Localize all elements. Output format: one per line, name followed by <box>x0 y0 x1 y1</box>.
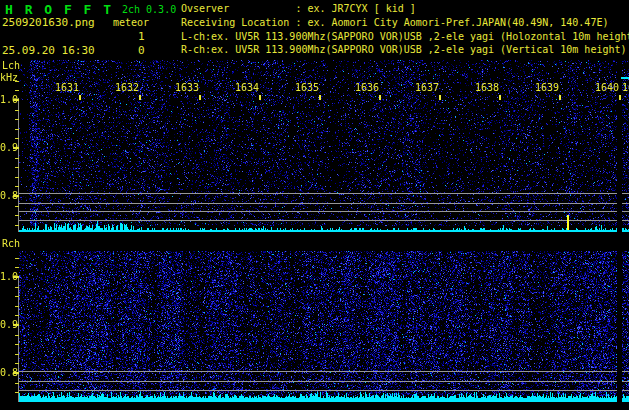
time-tick <box>379 95 381 100</box>
freq-major-tick <box>13 324 19 326</box>
freq-minor-tick <box>15 206 19 207</box>
freq-minor-tick <box>15 119 19 120</box>
freq-minor-tick <box>15 258 19 259</box>
rch-receiver-info-line: R-ch:ex. UV5R 113.900Mhz(SAPPORO VOR)USB… <box>181 43 627 56</box>
freq-major-tick <box>13 99 19 101</box>
freq-major-tick <box>13 147 19 149</box>
output-filename: 2509201630.png <box>2 16 95 29</box>
rch-spectrogram <box>19 251 629 402</box>
time-label: 1632 <box>115 82 139 93</box>
freq-tick-label: 1.0 <box>0 94 13 105</box>
time-label: 1636 <box>355 82 379 93</box>
time-tick <box>199 95 201 100</box>
meteor-echo-marker <box>567 215 569 230</box>
time-tick <box>319 95 321 100</box>
freq-minor-tick <box>15 158 19 159</box>
freq-minor-tick <box>15 306 19 307</box>
time-tick <box>619 95 621 100</box>
freq-minor-tick <box>15 383 19 384</box>
freq-minor-tick <box>15 335 19 336</box>
observer-info-line: Ovserver : ex. JR7CYX [ kid ] <box>181 2 416 15</box>
freq-tick-label: 0.9 <box>0 142 13 153</box>
time-tick <box>139 95 141 100</box>
meteor-echo-count: 0 <box>138 44 145 57</box>
freq-minor-tick <box>15 225 19 226</box>
freq-minor-tick <box>15 177 19 178</box>
freq-minor-tick <box>15 215 19 216</box>
freq-major-tick <box>13 195 19 197</box>
freq-minor-tick <box>15 267 19 268</box>
freq-major-tick <box>13 372 19 374</box>
time-label: 1633 <box>175 82 199 93</box>
freq-minor-tick <box>15 129 19 130</box>
time-tick <box>79 95 81 100</box>
lch-receiver-info-line: L-ch:ex. UV5R 113.900Mhz(SAPPORO VOR)USB… <box>181 30 629 43</box>
freq-minor-tick <box>15 186 19 187</box>
app-version: 2ch 0.3.0 <box>122 4 176 15</box>
freq-minor-tick <box>15 296 19 297</box>
lch-panel-label: Lch <box>2 60 20 71</box>
freq-minor-tick <box>15 392 19 393</box>
freq-minor-tick <box>15 138 19 139</box>
time-label: 1637 <box>415 82 439 93</box>
trace-head-marker <box>621 77 629 79</box>
time-label: 1639 <box>535 82 559 93</box>
time-tick <box>559 95 561 100</box>
freq-minor-tick <box>15 110 19 111</box>
hrofft-window: H R O F F T 2ch 0.3.0 2509201630.png met… <box>0 0 629 410</box>
freq-major-tick <box>13 276 19 278</box>
freq-minor-tick <box>15 167 19 168</box>
freq-minor-tick <box>15 90 19 91</box>
freq-tick-label: 1.0 <box>0 271 13 282</box>
freq-minor-tick <box>15 354 19 355</box>
location-info-line: Receiving Location : ex. Aomori City Aom… <box>181 16 608 29</box>
app-title: H R O F F T <box>5 2 113 17</box>
time-tick <box>499 95 501 100</box>
freq-tick-label: 0.8 <box>0 190 13 201</box>
freq-minor-tick <box>15 344 19 345</box>
time-tick <box>439 95 441 100</box>
freq-minor-tick <box>15 363 19 364</box>
time-label: 1634 <box>235 82 259 93</box>
time-tick <box>259 95 261 100</box>
meteor-long-echo-count: 1 <box>138 30 145 43</box>
time-label-partial: 16 <box>622 82 629 93</box>
freq-tick-label: 0.9 <box>0 319 13 330</box>
time-label: 1635 <box>295 82 319 93</box>
freq-minor-tick <box>15 315 19 316</box>
rch-panel-label: Rch <box>2 238 20 249</box>
time-label: 1638 <box>475 82 499 93</box>
datetime-stamp: 25.09.20 16:30 <box>2 44 95 57</box>
time-label: 1631 <box>55 82 79 93</box>
freq-minor-tick <box>15 81 19 82</box>
freq-tick-label: 0.8 <box>0 367 13 378</box>
meteor-counter-label: meteor <box>113 17 149 28</box>
time-label: 1640 <box>595 82 619 93</box>
freq-minor-tick <box>15 287 19 288</box>
